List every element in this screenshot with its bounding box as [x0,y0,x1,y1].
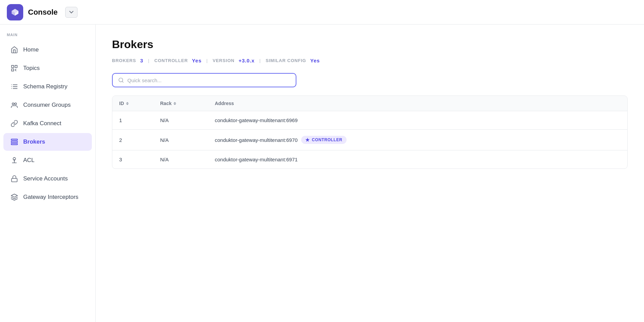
app-logo [7,4,23,20]
similar-config-stat-label: SIMILAR CONFIG [266,58,306,63]
cell-address-2: conduktor-gateway-multitenant:6970 ★ CON… [208,130,627,150]
sidebar-item-acl[interactable]: ACL [3,151,92,169]
connect-icon [10,119,18,128]
controller-badge: ★ CONTROLLER [301,136,347,144]
sidebar-item-schema-registry[interactable]: Schema Registry [3,78,92,96]
sidebar-item-topics-label: Topics [23,65,40,72]
table-row[interactable]: 2 N/A conduktor-gateway-multitenant:6970… [112,130,627,150]
sidebar-item-consumer-groups[interactable]: Consumer Groups [3,96,92,114]
column-header-address: Address [208,96,627,111]
sidebar-item-kafka-connect[interactable]: Kafka Connect [3,115,92,132]
consumer-icon [10,101,18,109]
sidebar-item-topics[interactable]: Topics [3,59,92,77]
cell-address-1: conduktor-gateway-multitenant:6969 [208,111,627,129]
search-container [112,73,628,87]
brokers-icon [10,138,18,146]
controller-stat-label: CONTROLLER [154,58,188,63]
sidebar-item-gateway-interceptors[interactable]: Gateway Interceptors [3,188,92,206]
search-icon [118,77,124,83]
controller-stat-value: Yes [192,58,201,63]
brokers-stat-value: 3 [140,58,143,63]
cell-id-3: 3 [112,150,153,169]
cell-id-2: 2 [112,131,153,149]
brokers-stat-label: BROKERS [112,58,136,63]
sidebar-item-home-label: Home [23,46,39,53]
table-header: ID Rack Address [112,96,627,111]
column-header-id: ID [112,96,153,111]
version-stat-value: +3.0.x [239,58,255,63]
search-box [112,73,296,87]
similar-config-stat-value: Yes [310,58,320,63]
svg-point-9 [12,103,14,105]
sidebar-item-home[interactable]: Home [3,41,92,59]
table-row[interactable]: 1 N/A conduktor-gateway-multitenant:6969 [112,111,627,130]
cell-id-1: 1 [112,111,153,129]
svg-rect-1 [15,65,17,68]
column-header-rack: Rack [153,96,208,111]
sort-icon-id[interactable] [126,102,129,105]
svg-line-18 [122,81,123,82]
page-title: Brokers [112,38,628,51]
cell-rack-3: N/A [153,150,208,169]
sidebar-item-service-accounts-label: Service Accounts [23,175,68,182]
service-icon [10,175,18,183]
svg-rect-13 [11,144,17,145]
svg-point-15 [14,160,15,161]
sidebar-item-kafka-connect-label: Kafka Connect [23,120,61,127]
app-title: Console [28,8,58,17]
gateway-icon [10,193,18,201]
acl-icon [10,156,18,164]
svg-rect-12 [11,141,17,143]
sidebar-item-acl-label: ACL [23,157,34,164]
brokers-table: ID Rack Address 1 N/A [112,96,628,169]
svg-rect-2 [12,69,14,71]
sidebar-item-brokers-label: Brokers [23,138,45,145]
sidebar: MAIN Home Topics Schema Registry [0,25,96,322]
version-stat-label: VERSION [213,58,235,63]
cell-rack-2: N/A [153,131,208,149]
app-dropdown-button[interactable] [65,7,78,18]
table-row[interactable]: 3 N/A conduktor-gateway-multitenant:6971 [112,150,627,169]
svg-rect-16 [12,178,17,182]
sort-icon-rack[interactable] [173,102,176,105]
sidebar-item-service-accounts[interactable]: Service Accounts [3,170,92,188]
svg-rect-11 [11,139,17,141]
sidebar-item-schema-registry-label: Schema Registry [23,83,67,90]
home-icon [10,46,18,54]
sidebar-item-brokers[interactable]: Brokers [3,133,92,151]
main-layout: MAIN Home Topics Schema Registry [0,25,644,322]
schema-icon [10,83,18,91]
topics-icon [10,64,18,72]
stats-row: BROKERS 3 | CONTROLLER Yes | VERSION +3.… [112,58,628,63]
svg-rect-0 [12,65,14,68]
sidebar-item-gateway-interceptors-label: Gateway Interceptors [23,194,79,201]
sidebar-section-label: MAIN [0,33,95,40]
top-bar: Console [0,0,644,25]
sidebar-item-consumer-groups-label: Consumer Groups [23,102,71,108]
main-content: Brokers BROKERS 3 | CONTROLLER Yes | VER… [96,25,644,322]
cell-address-3: conduktor-gateway-multitenant:6971 [208,150,627,169]
star-icon: ★ [305,137,310,143]
search-input[interactable] [127,77,290,83]
svg-point-10 [15,103,16,105]
cell-rack-1: N/A [153,111,208,129]
